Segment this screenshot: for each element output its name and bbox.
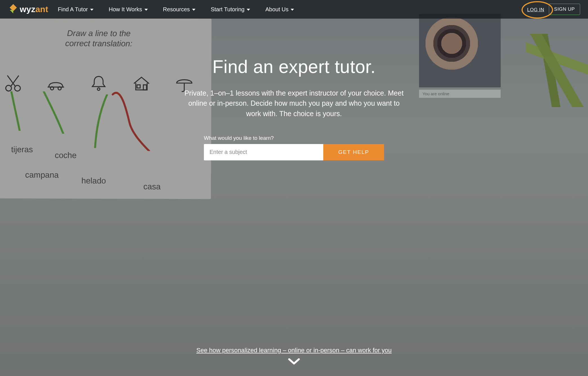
brand-logo[interactable]: wyzant: [10, 5, 48, 14]
nav-find-a-tutor[interactable]: Find A Tutor: [58, 6, 93, 13]
nav-label: About Us: [265, 6, 288, 13]
chevron-down-icon: [291, 9, 294, 11]
search-label: What would you like to learn?: [204, 135, 384, 141]
hero-subtitle: Private, 1–on–1 lessons with the expert …: [184, 88, 404, 119]
nav-label: Start Tutoring: [211, 6, 244, 13]
chevron-down-icon: [144, 9, 148, 11]
chevron-down-icon: [192, 9, 195, 11]
hero-section: Find an expert tutor. Private, 1–on–1 le…: [0, 0, 588, 376]
logo-text-part1: wyz: [20, 5, 35, 14]
chevron-down-large-icon[interactable]: [288, 358, 300, 366]
hero-title: Find an expert tutor.: [212, 56, 376, 77]
nav-label: Resources: [163, 6, 190, 13]
chevron-down-icon: [247, 9, 250, 11]
chevron-down-icon: [90, 9, 93, 11]
nav-start-tutoring[interactable]: Start Tutoring: [211, 6, 250, 13]
nav-how-it-works[interactable]: How It Works: [109, 6, 148, 13]
nav-resources[interactable]: Resources: [163, 6, 196, 13]
subject-search-input[interactable]: [204, 144, 323, 160]
login-link[interactable]: LOG IN: [527, 7, 544, 12]
logo-text-part2: ant: [35, 5, 48, 14]
nav-about-us[interactable]: About Us: [265, 6, 294, 13]
logo-mark-icon: [10, 5, 18, 14]
signup-button[interactable]: SIGN UP: [549, 4, 580, 15]
primary-nav: Find A Tutor How It Works Resources Star…: [58, 6, 294, 13]
get-help-button[interactable]: GET HELP: [323, 144, 384, 160]
main-header: wyzant Find A Tutor How It Works Resourc…: [0, 0, 588, 19]
learn-more-link[interactable]: See how personalized learning – online o…: [196, 347, 391, 354]
nav-label: How It Works: [109, 6, 142, 13]
nav-label: Find A Tutor: [58, 6, 88, 13]
